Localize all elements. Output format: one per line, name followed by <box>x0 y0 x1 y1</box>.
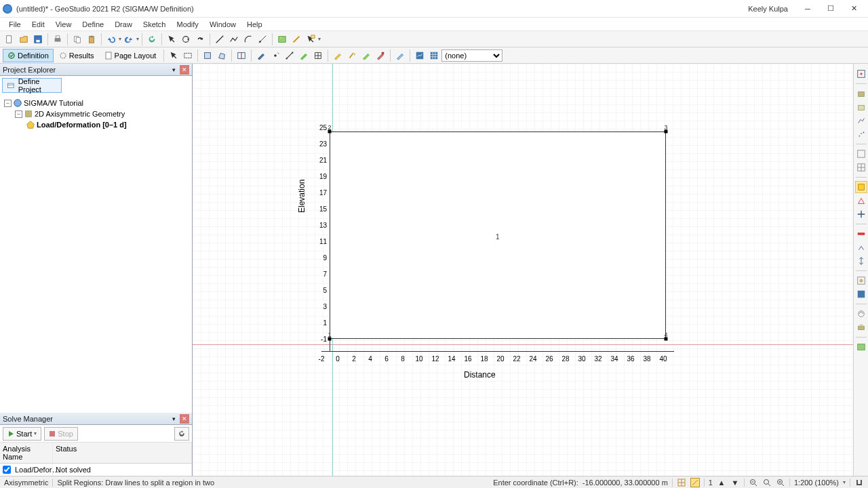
units-icon[interactable] <box>854 478 864 487</box>
view-tool-16[interactable] <box>855 308 867 320</box>
pin-icon[interactable]: ▾ <box>169 65 178 75</box>
bc-tool-3[interactable] <box>359 49 373 62</box>
display-combo[interactable]: (none) <box>441 49 502 62</box>
region-poly-tool[interactable] <box>215 49 229 62</box>
minimize-button[interactable]: ─ <box>796 1 819 16</box>
view-tool-17[interactable] <box>855 321 867 333</box>
view-tool-12[interactable] <box>855 241 867 253</box>
view-tool-11[interactable] <box>855 228 867 240</box>
view-tool-6[interactable] <box>855 148 867 160</box>
bc-tool-4[interactable] <box>374 49 387 62</box>
solve-row-checkbox[interactable] <box>3 466 11 474</box>
zoom-out-icon[interactable] <box>749 478 758 487</box>
status-zoom[interactable]: 1:200 (100%) <box>794 479 839 487</box>
draw-pen-tool[interactable] <box>254 49 268 62</box>
bc-tool-1[interactable] <box>331 49 344 62</box>
paste-button[interactable] <box>85 33 98 46</box>
view-tool-15[interactable] <box>855 288 867 300</box>
results-graph-tool[interactable] <box>413 49 427 62</box>
tree-root[interactable]: − SIGMA/W Tutorial <box>1 98 191 108</box>
page-up-icon[interactable]: ▲ <box>717 478 726 487</box>
print-button[interactable] <box>51 33 64 46</box>
view-tool-14[interactable] <box>855 274 867 287</box>
solve-row-status: Not solved <box>53 464 192 476</box>
pin-icon[interactable]: ▾ <box>169 414 178 424</box>
mesh-tool[interactable] <box>311 49 325 62</box>
view-tool-2[interactable] <box>855 87 867 100</box>
menu-view[interactable]: View <box>51 19 77 30</box>
col-analysis-name[interactable]: Analysis Name <box>0 443 53 464</box>
rotate-tool[interactable] <box>179 33 193 46</box>
pan-tool[interactable] <box>181 49 195 62</box>
view-tool-10[interactable] <box>855 208 867 220</box>
sketch-polyline-tool[interactable] <box>227 33 241 46</box>
menu-file[interactable]: File <box>4 19 26 30</box>
tab-definition[interactable]: Definition <box>3 49 54 62</box>
zoom-fit-icon[interactable] <box>762 478 772 487</box>
view-tool-4[interactable] <box>855 115 867 127</box>
panel-close-icon[interactable]: ✕ <box>180 414 189 424</box>
view-tool-8[interactable] <box>855 181 867 193</box>
page-down-icon[interactable]: ▼ <box>730 478 740 487</box>
drawing-canvas[interactable]: -1 1 3 5 7 9 11 13 15 17 19 21 23 25 -2 … <box>193 64 853 476</box>
collapse-icon[interactable]: − <box>15 110 22 118</box>
solve-row-name[interactable]: Load/Defor… <box>0 464 53 476</box>
bc-tool-5[interactable] <box>393 49 407 62</box>
picture-tool[interactable] <box>275 33 289 46</box>
solve-refresh-button[interactable] <box>174 427 189 441</box>
col-status[interactable]: Status <box>53 443 192 464</box>
view-tool-13[interactable] <box>855 255 867 267</box>
copy-button[interactable] <box>71 33 84 46</box>
options-tool[interactable] <box>304 33 317 46</box>
undo-button[interactable] <box>104 33 118 46</box>
line-tool[interactable] <box>283 49 296 62</box>
sketch-dim-tool[interactable] <box>256 33 269 46</box>
menu-window[interactable]: Window <box>205 19 241 30</box>
view-tool-1[interactable] <box>855 68 867 80</box>
select-tool[interactable] <box>165 33 178 46</box>
menu-modify[interactable]: Modify <box>172 19 203 30</box>
point-tool[interactable] <box>269 49 282 62</box>
menu-define[interactable]: Define <box>77 19 108 30</box>
solve-stop-button[interactable]: Stop <box>44 427 78 441</box>
results-grid-tool[interactable] <box>427 49 441 62</box>
maximize-button[interactable]: ☐ <box>819 1 842 16</box>
redo-tool[interactable] <box>193 33 207 46</box>
panel-close-icon[interactable]: ✕ <box>180 65 189 75</box>
snap-icon[interactable] <box>690 478 700 487</box>
refresh-button[interactable] <box>145 33 159 46</box>
view-tool-5[interactable] <box>855 128 867 140</box>
open-button[interactable] <box>17 33 31 46</box>
grid-snap-icon[interactable] <box>677 478 686 487</box>
menu-draw[interactable]: Draw <box>110 19 137 30</box>
region-tool[interactable] <box>201 49 214 62</box>
view-tool-3[interactable] <box>855 101 867 113</box>
x-axis <box>321 351 674 352</box>
view-tool-18[interactable] <box>855 341 867 353</box>
define-project-button[interactable]: Define Project <box>2 78 62 93</box>
solve-start-button[interactable]: Start ▾ <box>3 427 41 441</box>
close-button[interactable]: ✕ <box>842 1 865 16</box>
measure-tool[interactable] <box>290 33 303 46</box>
sketch-line-tool[interactable] <box>213 33 226 46</box>
save-button[interactable] <box>31 33 45 46</box>
project-tree[interactable]: − SIGMA/W Tutorial − 2D Axisymmetric Geo… <box>0 95 192 413</box>
bc-tool-2[interactable] <box>345 49 359 62</box>
tab-results[interactable]: Results <box>54 49 99 62</box>
menu-sketch[interactable]: Sketch <box>138 19 171 30</box>
collapse-icon[interactable]: − <box>4 100 12 107</box>
redo-button[interactable] <box>122 33 136 46</box>
tree-geometry[interactable]: − 2D Axisymmetric Geometry <box>1 108 191 119</box>
split-region-tool[interactable] <box>235 49 248 62</box>
tree-analysis[interactable]: Load/Deformation [0–1 d] <box>1 119 191 130</box>
menu-edit[interactable]: Edit <box>27 19 50 30</box>
menu-help[interactable]: Help <box>242 19 267 30</box>
view-tool-7[interactable] <box>855 161 867 174</box>
zoom-in-icon[interactable] <box>776 478 785 487</box>
pointer-tool[interactable] <box>167 49 180 62</box>
sketch-arc-tool[interactable] <box>241 33 255 46</box>
view-tool-9[interactable] <box>855 195 867 207</box>
new-button[interactable] <box>3 33 16 46</box>
tab-page-layout[interactable]: Page Layout <box>100 49 161 62</box>
material-tool[interactable] <box>297 49 311 62</box>
